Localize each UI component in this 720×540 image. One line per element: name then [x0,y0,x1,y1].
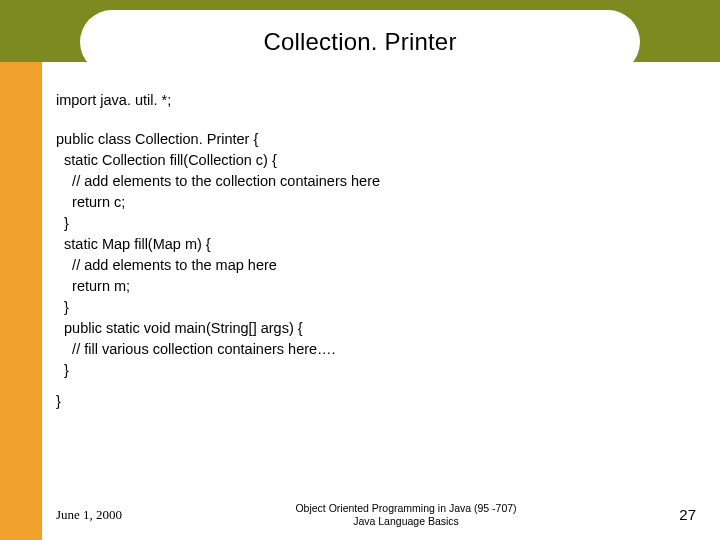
footer-course-line2: Java Language Basics [176,515,636,528]
slide-title: Collection. Printer [263,28,456,56]
footer-page-number: 27 [636,506,696,523]
footer-date: June 1, 2000 [56,507,176,523]
footer-course-line1: Object Oriented Programming in Java (95 … [176,502,636,515]
title-container: Collection. Printer [80,10,640,74]
slide-footer: June 1, 2000 Object Oriented Programming… [56,502,696,528]
code-content: import java. util. *; public class Colle… [56,90,696,412]
class-body: public class Collection. Printer { stati… [56,129,696,381]
footer-course-info: Object Oriented Programming in Java (95 … [176,502,636,528]
left-accent-bar [0,0,42,540]
import-statement: import java. util. *; [56,90,696,111]
class-closing-brace: } [56,391,696,412]
